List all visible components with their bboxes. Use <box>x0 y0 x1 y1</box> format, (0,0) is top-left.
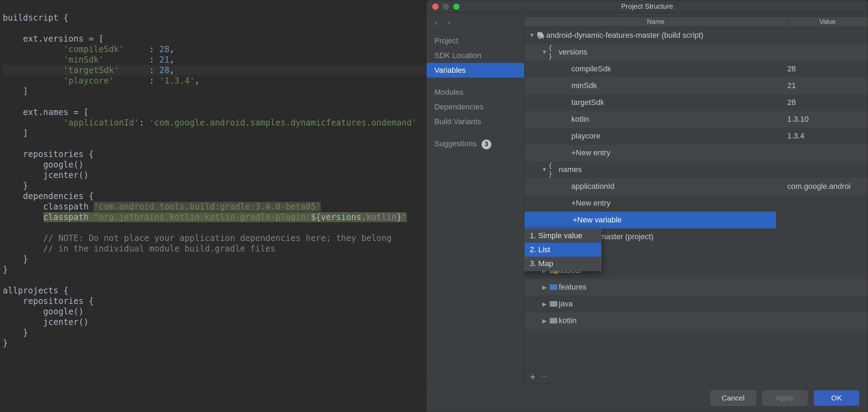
minimize-icon[interactable] <box>443 3 449 10</box>
maximize-icon[interactable] <box>453 3 460 10</box>
tree-label: java <box>559 299 787 308</box>
cancel-button[interactable]: Cancel <box>710 390 756 406</box>
tree-row[interactable]: ▼🐘android-dynamic-features-master (build… <box>525 27 868 44</box>
tree-label: features <box>559 283 787 292</box>
tree-label: +New variable <box>559 215 696 225</box>
folder-icon <box>548 301 559 307</box>
folder-icon <box>548 318 559 324</box>
tree-label: applicationId <box>571 182 787 191</box>
badge: 3 <box>482 140 491 149</box>
tree-value: 1.3.10 <box>787 115 868 124</box>
tree-value: 21 <box>787 81 868 90</box>
project-structure-dialog: Project Structure ProjectSDK LocationVar… <box>426 0 868 412</box>
tree-row[interactable]: playcore1.3.4 <box>525 128 868 144</box>
tree-label: minSdk <box>571 81 787 90</box>
close-icon[interactable] <box>432 3 439 10</box>
sidebar-item-project[interactable]: Project <box>427 34 524 48</box>
remove-icon[interactable]: − <box>542 371 547 382</box>
tree-label: +New entry <box>571 148 787 157</box>
variables-panel: Name Value ▼🐘android-dynamic-features-ma… <box>525 13 868 384</box>
nav-history <box>427 16 524 34</box>
popup-item[interactable]: 1. Simple value <box>525 229 601 243</box>
chevron-right-icon[interactable]: ▶ <box>541 318 548 324</box>
tree-label: targetSdk <box>571 98 787 107</box>
tree-row[interactable]: ▶features <box>525 279 868 296</box>
tree-row[interactable]: ▼{ }names <box>525 161 868 178</box>
sidebar-item-modules[interactable]: Modules <box>427 85 524 100</box>
chevron-down-icon[interactable]: ▼ <box>528 32 536 38</box>
sidebar-item-dependencies[interactable]: Dependencies <box>427 100 524 114</box>
column-value[interactable]: Value <box>787 18 868 26</box>
tree-value: com.google.androi <box>787 182 868 191</box>
map-icon: { } <box>548 161 559 178</box>
tree-value: 1.3.4 <box>787 132 868 141</box>
ok-button[interactable]: OK <box>814 390 859 406</box>
back-icon[interactable] <box>432 19 439 29</box>
tree-row[interactable]: kotlin1.3.10 <box>525 111 868 128</box>
titlebar: Project Structure <box>427 0 868 13</box>
tree-row[interactable]: ▶kotlin <box>525 312 868 329</box>
tree-label: android-dynamic-features-master (build s… <box>546 31 787 40</box>
forward-icon[interactable] <box>446 19 453 29</box>
divider <box>432 81 519 81</box>
popup-item[interactable]: 2. List <box>525 243 601 257</box>
gradle-icon: 🐘 <box>536 31 546 40</box>
tree-label: names <box>559 165 787 174</box>
popup-item[interactable]: 3. Map <box>525 257 601 271</box>
tree-label: +New entry <box>571 199 787 208</box>
sidebar-item-suggestions[interactable]: Suggestions3 <box>427 136 524 152</box>
code-editor[interactable]: buildscript { ext.versions = [ 'compileS… <box>0 0 426 412</box>
tree-row[interactable]: +New entry <box>525 144 868 161</box>
columns-header: Name Value <box>525 16 868 27</box>
tree-value: 28 <box>787 64 868 73</box>
chevron-down-icon[interactable]: ▼ <box>541 166 548 173</box>
sidebar-item-sdk-location[interactable]: SDK Location <box>427 48 524 63</box>
dialog-title: Project Structure <box>427 2 868 10</box>
tree-row[interactable]: +New variable <box>525 212 776 228</box>
sidebar: ProjectSDK LocationVariables ModulesDepe… <box>427 13 525 384</box>
tree-label: compileSdk <box>571 64 787 73</box>
tree-label: playcore <box>571 132 787 141</box>
tree-row[interactable]: targetSdk28 <box>525 94 868 111</box>
variables-tree[interactable]: ▼🐘android-dynamic-features-master (build… <box>525 27 868 370</box>
chevron-right-icon[interactable]: ▶ <box>541 301 548 307</box>
chevron-right-icon[interactable]: ▶ <box>541 284 548 291</box>
map-icon: { } <box>548 44 559 61</box>
tree-row[interactable]: applicationIdcom.google.androi <box>525 178 868 195</box>
apply-button[interactable]: Apply <box>762 390 808 406</box>
tree-row[interactable]: ▼{ }versions <box>525 44 868 61</box>
column-name[interactable]: Name <box>525 18 787 26</box>
tree-row[interactable]: compileSdk28 <box>525 61 868 77</box>
tree-row[interactable]: minSdk21 <box>525 77 868 94</box>
tree-value: 28 <box>787 98 868 107</box>
divider <box>432 133 519 133</box>
tree-label: kotlin <box>571 115 787 124</box>
tree-label: versions <box>559 48 787 57</box>
add-icon[interactable]: + <box>530 371 535 382</box>
tree-row[interactable]: +New entry <box>525 195 868 212</box>
dialog-footer: Cancel Apply OK <box>427 384 868 412</box>
tree-row[interactable]: ▶java <box>525 296 868 312</box>
tree-toolbar: + − <box>525 370 868 384</box>
window-controls <box>427 3 460 10</box>
tree-label: kotlin <box>559 316 787 325</box>
chevron-down-icon[interactable]: ▼ <box>541 49 548 55</box>
new-variable-popup: 1. Simple value2. List3. Map <box>525 228 601 271</box>
sidebar-item-variables[interactable]: Variables <box>427 63 524 78</box>
sidebar-item-build-variants[interactable]: Build Variants <box>427 114 524 129</box>
folder-icon <box>548 284 559 290</box>
